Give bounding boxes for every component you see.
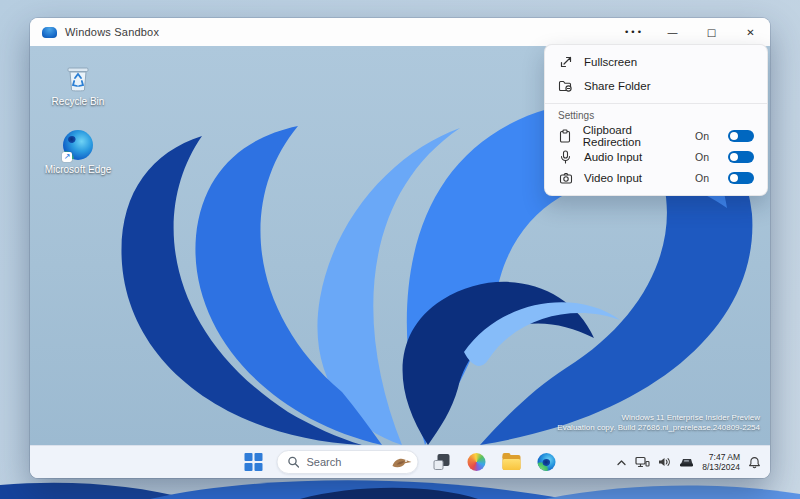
system-tray: 7:47 AM 8/13/2024 <box>616 446 761 478</box>
setting-state: On <box>695 151 709 163</box>
taskbar-center-group: Search <box>242 446 559 478</box>
setting-label: Video Input <box>584 172 642 184</box>
windows-logo-icon <box>245 453 263 471</box>
settings-section-label: Settings <box>545 107 767 125</box>
camera-icon <box>558 172 573 184</box>
setting-clipboard-redirection[interactable]: Clipboard Redirection On <box>545 125 767 146</box>
search-highlight-bird-icon[interactable] <box>391 453 415 471</box>
tray-status-icon[interactable] <box>679 456 694 468</box>
microphone-icon <box>558 150 573 164</box>
file-explorer-button[interactable] <box>500 450 524 474</box>
watermark-line2: Evaluation copy. Build 27686.ni_prerelea… <box>557 423 760 433</box>
desktop-icon-recycle-bin[interactable]: Recycle Bin <box>40 60 116 107</box>
clipboard-toggle[interactable] <box>728 130 754 142</box>
search-icon <box>288 456 300 468</box>
setting-label: Clipboard Redirection <box>583 124 684 148</box>
video-toggle[interactable] <box>728 172 754 184</box>
clock[interactable]: 7:47 AM 8/13/2024 <box>702 452 740 472</box>
search-box[interactable]: Search <box>277 450 419 474</box>
task-view-icon <box>434 454 450 470</box>
desktop-icon-label: Recycle Bin <box>52 96 105 107</box>
copilot-icon <box>468 453 486 471</box>
edge-desktop-icon: ↗ <box>61 128 95 162</box>
desktop-icon-label: Microsoft Edge <box>45 164 112 175</box>
menu-divider <box>545 103 767 104</box>
copilot-button[interactable] <box>465 450 489 474</box>
tray-overflow-chevron-icon[interactable] <box>616 458 627 467</box>
titlebar[interactable]: Windows Sandbox ••• — □ ✕ <box>30 18 770 46</box>
window-title: Windows Sandbox <box>65 26 159 38</box>
audio-toggle[interactable] <box>728 151 754 163</box>
host-wallpaper <box>0 477 800 499</box>
evaluation-watermark: Windows 11 Enterprise Insider Preview Ev… <box>557 413 760 433</box>
network-icon[interactable] <box>635 456 650 468</box>
desktop-icon-microsoft-edge[interactable]: ↗ Microsoft Edge <box>40 128 116 175</box>
windows-sandbox-window: Windows Sandbox ••• — □ ✕ <box>30 18 770 478</box>
start-button[interactable] <box>242 450 266 474</box>
file-explorer-icon <box>503 455 521 470</box>
setting-label: Audio Input <box>584 151 642 163</box>
search-label: Search <box>307 456 384 468</box>
setting-video-input[interactable]: Video Input On <box>545 167 767 188</box>
options-menu-button[interactable]: ••• <box>614 18 653 46</box>
minimize-button[interactable]: — <box>653 18 692 46</box>
notification-bell-icon[interactable] <box>748 456 761 469</box>
setting-state: On <box>695 130 709 142</box>
tray-date: 8/13/2024 <box>702 462 740 472</box>
toggle-knob <box>730 174 738 182</box>
task-view-button[interactable] <box>430 450 454 474</box>
tray-time: 7:47 AM <box>702 452 740 462</box>
setting-audio-input[interactable]: Audio Input On <box>545 146 767 167</box>
setting-state: On <box>695 172 709 184</box>
share-folder-icon <box>558 79 573 93</box>
toggle-knob <box>730 132 738 140</box>
menu-item-label: Share Folder <box>584 80 650 92</box>
recycle-bin-icon <box>61 60 95 94</box>
close-button[interactable]: ✕ <box>731 18 770 46</box>
volume-icon[interactable] <box>658 456 671 468</box>
window-controls: ••• — □ ✕ <box>614 18 770 46</box>
clipboard-icon <box>558 129 572 143</box>
edge-taskbar-button[interactable] <box>535 450 559 474</box>
menu-item-fullscreen[interactable]: Fullscreen <box>545 50 767 74</box>
fullscreen-icon <box>558 55 573 69</box>
shortcut-arrow-icon: ↗ <box>62 152 72 162</box>
options-menu-popup: Fullscreen Share Folder Settings Clipb <box>544 44 768 196</box>
sandbox-taskbar: Search <box>30 445 770 478</box>
menu-item-share-folder[interactable]: Share Folder <box>545 74 767 98</box>
edge-icon <box>538 453 556 471</box>
menu-item-label: Fullscreen <box>584 56 637 68</box>
sandbox-app-icon <box>42 27 57 38</box>
watermark-line1: Windows 11 Enterprise Insider Preview <box>557 413 760 423</box>
maximize-button[interactable]: □ <box>692 18 731 46</box>
toggle-knob <box>730 153 738 161</box>
